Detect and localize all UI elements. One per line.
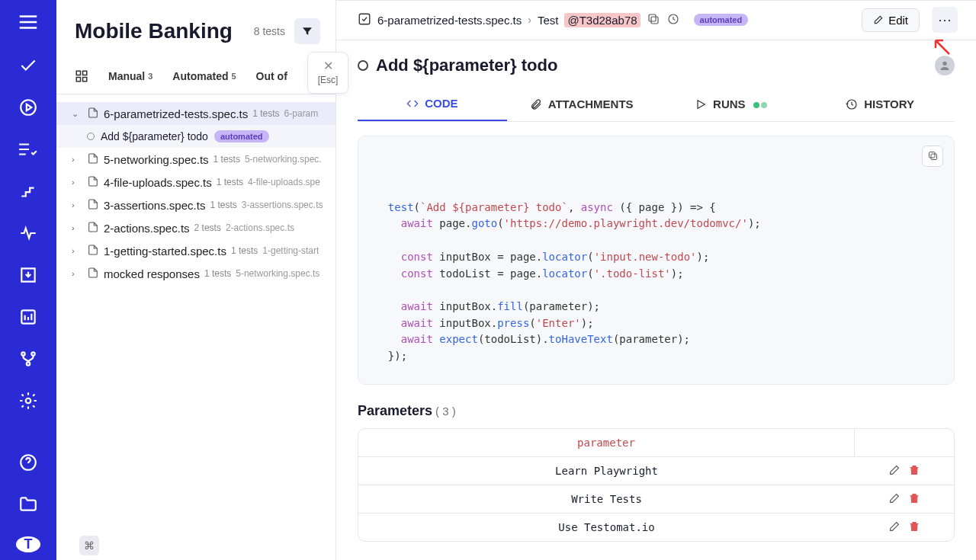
tab-out-of-sync[interactable]: Out of — [256, 70, 287, 82]
breadcrumb-separator: › — [528, 14, 531, 26]
delete-icon[interactable] — [908, 520, 920, 535]
settings-icon[interactable] — [18, 391, 38, 413]
param-column-header: parameter — [358, 429, 855, 456]
project-test-count: 8 tests — [254, 25, 285, 37]
status-dot-icon — [87, 133, 95, 140]
menu-icon[interactable] — [17, 11, 40, 36]
chevron-icon: › — [72, 223, 82, 232]
main-panel: 6-parametrized-tests.spec.ts › Test @T3d… — [336, 0, 976, 560]
file-row[interactable]: ›1-getting-started.spec.ts 1 tests 1-get… — [56, 239, 336, 262]
tab-automated[interactable]: Automated5 — [172, 70, 236, 82]
tab-runs[interactable]: RUNS — [657, 88, 806, 121]
avatar[interactable] — [935, 56, 955, 75]
command-palette-button[interactable]: ⌘ — [79, 536, 99, 555]
close-icon[interactable]: ✕ — [323, 59, 333, 73]
chevron-icon: › — [72, 178, 82, 187]
svg-point-3 — [31, 352, 34, 355]
svg-rect-11 — [359, 14, 370, 24]
svg-point-15 — [942, 61, 946, 65]
breadcrumb-bar: 6-parametrized-tests.spec.ts › Test @T3d… — [336, 1, 976, 40]
pulse-icon[interactable] — [18, 223, 38, 245]
tab-manual[interactable]: Manual3 — [108, 70, 152, 82]
chevron-icon: › — [72, 246, 82, 255]
branch-icon[interactable] — [18, 349, 38, 371]
app-logo[interactable]: T — [16, 536, 40, 552]
edit-icon[interactable] — [888, 492, 901, 507]
project-title: Mobile Banking — [75, 19, 245, 43]
help-icon[interactable] — [18, 453, 38, 475]
test-row[interactable]: Add ${parameter} todo automated — [56, 125, 336, 148]
tab-all-icon[interactable] — [75, 69, 88, 83]
automated-badge: automated — [694, 14, 749, 26]
test-title: Add ${parameter} todo — [376, 56, 927, 75]
tab-attachments[interactable]: ATTACHMENTS — [507, 88, 657, 121]
chevron-icon: ⌄ — [72, 109, 82, 119]
tab-history[interactable]: HISTORY — [805, 88, 955, 121]
edit-icon[interactable] — [888, 464, 901, 478]
svg-rect-9 — [76, 77, 80, 81]
list-check-icon[interactable] — [18, 139, 38, 162]
svg-rect-10 — [83, 77, 87, 81]
svg-point-5 — [26, 398, 31, 404]
svg-point-4 — [27, 362, 30, 365]
edit-button[interactable]: Edit — [862, 8, 920, 32]
esc-label: [Esc] — [318, 75, 339, 85]
file-row[interactable]: ›2-actions.spec.ts 2 tests 2-actions.spe… — [56, 216, 336, 239]
svg-rect-8 — [83, 71, 87, 75]
folder-icon[interactable] — [18, 494, 38, 517]
chart-icon[interactable] — [18, 307, 38, 329]
code-block: test(`Add ${parameter} todo`, async ({ p… — [358, 136, 955, 385]
more-button[interactable]: ⋯ — [932, 7, 958, 33]
param-row: Learn Playwright — [358, 457, 954, 485]
svg-rect-7 — [76, 71, 80, 75]
delete-icon[interactable] — [908, 464, 920, 478]
checkbox-icon — [358, 12, 371, 28]
breadcrumb-test-id[interactable]: @T3d28ab78 — [564, 13, 640, 27]
steps-icon[interactable] — [18, 181, 38, 203]
history-id-icon[interactable] — [666, 12, 680, 28]
esc-popover: ✕ [Esc] — [307, 52, 348, 94]
file-row[interactable]: ⌄6-parametrized-tests.spec.ts 1 tests 6-… — [56, 102, 336, 125]
chevron-icon: › — [72, 155, 82, 164]
breadcrumb-test-label: Test — [538, 14, 559, 27]
breadcrumb-file[interactable]: 6-parametrized-tests.spec.ts — [377, 14, 522, 27]
svg-point-0 — [21, 100, 36, 115]
sidebar: Mobile Banking 8 tests ✕ [Esc] Manual3 A… — [56, 0, 336, 560]
chevron-icon: › — [72, 200, 82, 210]
play-icon[interactable] — [18, 98, 38, 120]
svg-rect-12 — [651, 17, 658, 24]
file-row[interactable]: ›5-networking.spec.ts 1 tests 5-networki… — [56, 148, 336, 171]
edit-icon[interactable] — [888, 520, 901, 535]
copy-code-button[interactable] — [922, 146, 943, 167]
chevron-icon: › — [72, 269, 82, 278]
filter-button[interactable] — [294, 18, 320, 44]
file-tree: ⌄6-parametrized-tests.spec.ts 1 tests 6-… — [56, 94, 336, 560]
svg-rect-17 — [929, 152, 935, 158]
parameters-heading: Parameters — [358, 403, 432, 418]
import-icon[interactable] — [18, 265, 38, 287]
svg-rect-16 — [931, 154, 937, 160]
param-row: Write Tests — [358, 485, 954, 514]
parameters-count: ( 3 ) — [435, 405, 456, 418]
status-circle-icon — [358, 60, 368, 71]
automated-badge: automated — [214, 130, 269, 142]
file-row[interactable]: ›mocked responses 1 tests 5-networking.s… — [56, 262, 336, 285]
delete-icon[interactable] — [908, 492, 920, 507]
check-icon[interactable] — [18, 56, 38, 78]
copy-id-icon[interactable] — [647, 12, 660, 28]
svg-point-2 — [21, 352, 24, 355]
param-row: Use Testomat.io — [358, 514, 954, 541]
file-row[interactable]: ›4-file-uploads.spec.ts 1 tests 4-file-u… — [56, 171, 336, 194]
svg-rect-13 — [649, 14, 656, 21]
tab-code[interactable]: CODE — [358, 88, 507, 121]
global-nav: T — [0, 0, 56, 560]
parameters-table: parameter Learn PlaywrightWrite TestsUse… — [358, 428, 955, 542]
file-row[interactable]: ›3-assertions.spec.ts 1 tests 3-assertio… — [56, 194, 336, 216]
